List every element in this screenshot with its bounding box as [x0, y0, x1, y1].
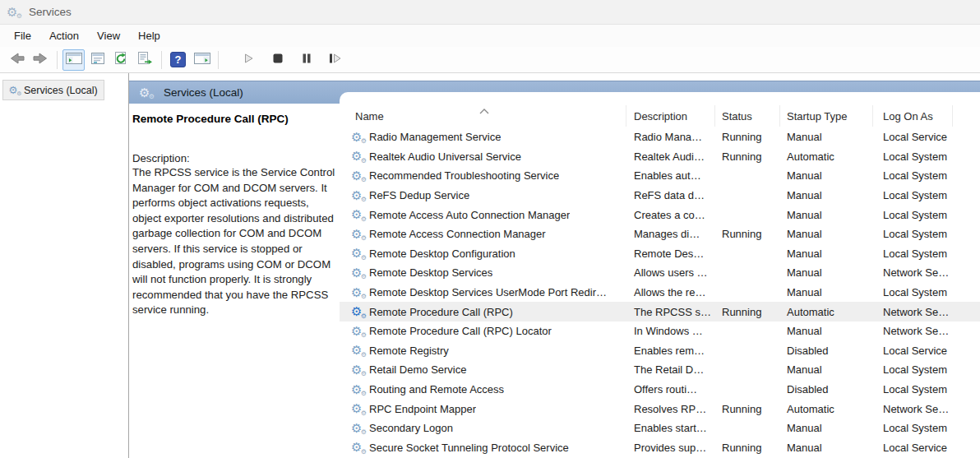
service-log-on-as-cell: Network Se… — [873, 325, 953, 337]
service-log-on-as-cell: Local System — [873, 363, 953, 376]
show-action-pane-button[interactable] — [191, 49, 213, 71]
service-row[interactable]: ⚙⚙ Remote Access Connection Manager Mana… — [340, 224, 980, 244]
service-row[interactable]: ⚙⚙ Remote Registry Enables rem… Disabled… — [340, 341, 980, 361]
service-log-on-as-cell: Local System — [873, 189, 953, 201]
menu-view[interactable]: View — [88, 26, 129, 45]
toolbar-separator — [161, 51, 162, 69]
show-console-tree-button[interactable] — [62, 49, 85, 71]
service-description-cell: Enables rem… — [626, 345, 715, 357]
menu-help[interactable]: Help — [129, 26, 169, 45]
service-log-on-as-cell: Network Se… — [873, 306, 953, 318]
menu-action[interactable]: Action — [40, 26, 88, 45]
forward-button[interactable] — [30, 49, 52, 71]
service-log-on-as-cell: Local Service — [873, 345, 953, 357]
restart-service-button[interactable] — [324, 49, 346, 71]
service-log-on-as-cell: Local System — [873, 169, 953, 182]
column-header-log-on-as[interactable]: Log On As — [873, 105, 953, 127]
pause-service-button[interactable] — [295, 49, 317, 71]
service-status-cell: Running — [715, 150, 780, 163]
service-description-cell: Allows users … — [626, 266, 715, 279]
column-header-description[interactable]: Description — [626, 105, 715, 127]
action-pane-icon — [193, 51, 211, 69]
services-header-title: Services (Local) — [164, 86, 243, 99]
service-gear-icon: ⚙⚙ — [351, 344, 365, 358]
service-gear-icon: ⚙⚙ — [351, 227, 365, 241]
service-description: The RPCSS service is the Service Control… — [132, 165, 340, 318]
service-description-cell: ReFS data d… — [626, 189, 715, 201]
service-row[interactable]: ⚙⚙ Remote Access Auto Connection Manager… — [340, 205, 980, 224]
sidebar-item-services-local[interactable]: ⚙⚙ Services (Local) — [2, 80, 104, 100]
service-startup-type-cell: Automatic — [780, 306, 873, 318]
service-gear-icon: ⚙⚙ — [351, 247, 365, 261]
service-name: RPC Endpoint Mapper — [369, 403, 476, 415]
service-row[interactable]: ⚙⚙ Remote Desktop Configuration Remote D… — [340, 244, 980, 264]
back-button[interactable] — [6, 49, 28, 71]
service-row[interactable]: ⚙⚙ Retail Demo Service The Retail D… Man… — [340, 360, 980, 380]
column-header-startup-type[interactable]: Startup Type — [780, 105, 873, 127]
description-label: Description: — [132, 152, 340, 164]
service-row[interactable]: ⚙⚙ Secure Socket Tunneling Protocol Serv… — [340, 438, 980, 458]
service-row[interactable]: ⚙⚙ RPC Endpoint Mapper Resolves RP… Runn… — [340, 399, 980, 419]
pause-icon — [301, 53, 312, 67]
service-row[interactable]: ⚙⚙ ReFS Dedup Service ReFS data d… Manua… — [340, 186, 980, 206]
service-gear-icon: ⚙⚙ — [351, 305, 365, 319]
services-list-panel: Name Description Status Startup Type Log… — [340, 92, 980, 458]
start-service-button[interactable] — [238, 49, 260, 71]
service-startup-type-cell: Manual — [780, 422, 873, 434]
service-row[interactable]: ⚙⚙ Remote Desktop Services UserMode Port… — [340, 283, 980, 303]
service-log-on-as-cell: Local Service — [873, 131, 953, 143]
service-description-cell: The RPCSS s… — [626, 306, 715, 318]
column-header-name[interactable]: Name — [340, 105, 626, 127]
service-gear-icon: ⚙⚙ — [351, 130, 365, 144]
service-detail-pane: Remote Procedure Call (RPC) Description:… — [132, 113, 340, 318]
stop-icon — [272, 53, 284, 67]
service-description-cell: Allows the re… — [626, 286, 715, 298]
service-gear-icon: ⚙⚙ — [351, 285, 365, 299]
menu-file[interactable]: File — [5, 26, 40, 45]
menu-bar: File Action View Help — [0, 25, 980, 47]
service-startup-type-cell: Automatic — [780, 150, 873, 163]
back-arrow-icon — [8, 52, 25, 68]
service-status-cell: Running — [715, 131, 780, 143]
service-row[interactable]: ⚙⚙ Secondary Logon Enables start… Manual… — [340, 419, 980, 438]
properties-button[interactable] — [86, 49, 109, 71]
service-row[interactable]: ⚙⚙ Remote Procedure Call (RPC) Locator I… — [340, 322, 980, 341]
service-status-cell: Running — [715, 228, 780, 240]
service-name: Recommended Troubleshooting Service — [369, 169, 559, 182]
service-startup-type-cell: Disabled — [780, 383, 873, 396]
column-header-status[interactable]: Status — [715, 105, 780, 127]
service-description-cell: In Windows … — [626, 325, 715, 337]
help-button[interactable]: ? — [167, 49, 189, 71]
service-log-on-as-cell: Local System — [873, 248, 953, 260]
service-gear-icon: ⚙⚙ — [351, 324, 365, 338]
service-row[interactable]: ⚙⚙ Remote Desktop Services Allows users … — [340, 263, 980, 283]
service-row[interactable]: ⚙⚙ Remote Procedure Call (RPC) The RPCSS… — [340, 302, 980, 322]
service-gear-icon: ⚙⚙ — [351, 266, 365, 280]
service-log-on-as-cell: Network Se… — [873, 403, 953, 415]
start-icon — [243, 53, 254, 67]
selected-service-title: Remote Procedure Call (RPC) — [132, 113, 340, 125]
service-log-on-as-cell: Local System — [873, 209, 953, 221]
service-startup-type-cell: Manual — [780, 189, 873, 201]
export-list-button[interactable] — [134, 49, 156, 71]
window-title: Services — [29, 6, 72, 18]
service-control-group — [234, 49, 349, 71]
restart-icon — [328, 53, 342, 67]
services-app-icon: ⚙⚙ — [7, 5, 21, 19]
service-log-on-as-cell: Local System — [873, 383, 953, 396]
service-log-on-as-cell: Local Service — [873, 442, 953, 454]
service-description-cell: Enables start… — [626, 422, 715, 434]
service-row[interactable]: ⚙⚙ Recommended Troubleshooting Service E… — [340, 166, 980, 186]
services-window: ⚙⚙ Services File Action View Help — [0, 0, 980, 458]
service-startup-type-cell: Manual — [780, 286, 873, 298]
service-name: Remote Access Auto Connection Manager — [369, 209, 570, 221]
service-log-on-as-cell: Network Se… — [873, 266, 953, 279]
service-log-on-as-cell: Local System — [873, 286, 953, 298]
service-row[interactable]: ⚙⚙ Radio Management Service Radio Mana… … — [340, 127, 980, 147]
refresh-button[interactable] — [110, 49, 132, 71]
service-row[interactable]: ⚙⚙ Routing and Remote Access Offers rout… — [340, 380, 980, 400]
stop-service-button[interactable] — [266, 49, 289, 71]
service-row[interactable]: ⚙⚙ Realtek Audio Universal Service Realt… — [340, 147, 980, 167]
service-startup-type-cell: Manual — [780, 442, 873, 454]
list-header: Name Description Status Startup Type Log… — [340, 92, 980, 127]
